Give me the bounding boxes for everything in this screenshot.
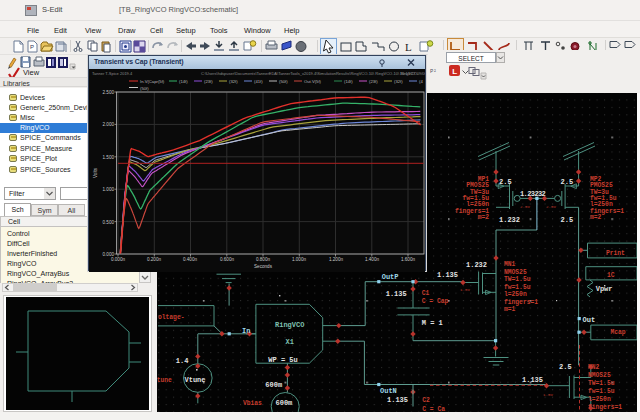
svg-text:1.600n: 1.600n bbox=[401, 257, 415, 262]
svg-text:P²: P² bbox=[430, 68, 437, 75]
svg-text:fw=1.5u: fw=1.5u bbox=[588, 388, 615, 395]
svg-text:(32f): (32f) bbox=[394, 79, 403, 84]
svg-text:0.600n: 0.600n bbox=[220, 257, 234, 262]
svg-text:16:13:27 09/06/19: 16:13:27 09/06/19 bbox=[400, 71, 425, 76]
svg-text:0.400n: 0.400n bbox=[183, 257, 197, 262]
svg-text:1.135: 1.135 bbox=[437, 271, 458, 279]
svg-text:1.5v: 1.5v bbox=[460, 288, 471, 292]
svg-text:1.400n: 1.400n bbox=[365, 257, 379, 262]
svg-text:2.000: 2.000 bbox=[103, 122, 115, 127]
svg-text:1.500: 1.500 bbox=[103, 155, 115, 160]
svg-text:P: P bbox=[30, 44, 34, 50]
svg-text:(50f): (50f) bbox=[140, 86, 149, 91]
svg-text:1.135: 1.135 bbox=[387, 396, 408, 404]
svg-text:OutP: OutP bbox=[382, 273, 399, 281]
svg-text:In: In bbox=[242, 327, 250, 335]
svg-text:OutN: OutN bbox=[380, 387, 397, 395]
svg-text:1.4: 1.4 bbox=[176, 357, 189, 365]
svg-text:1.135: 1.135 bbox=[386, 290, 407, 298]
svg-text:(41f): (41f) bbox=[254, 79, 263, 84]
svg-text:RingVCO: RingVCO bbox=[275, 321, 304, 329]
svg-text:1.000n: 1.000n bbox=[292, 257, 306, 262]
svg-text:oltage-: oltage- bbox=[158, 314, 184, 321]
svg-text:Vbias: Vbias bbox=[243, 400, 262, 407]
svg-text:l=250n: l=250n bbox=[588, 396, 611, 403]
svg-text:Mcap: Mcap bbox=[611, 329, 626, 336]
svg-text:1.232: 1.232 bbox=[499, 216, 520, 224]
svg-text:C:\Users\hdspuser\Documents\Ta: C:\Users\hdspuser\Documents\TannerEDA\Ta… bbox=[201, 71, 419, 76]
svg-text:2.5v: 2.5v bbox=[546, 205, 557, 209]
svg-text:NMOS25: NMOS25 bbox=[588, 372, 611, 379]
svg-text:L: L bbox=[405, 41, 412, 53]
svg-text:Seconds: Seconds bbox=[254, 264, 273, 269]
svg-text:(23f): (23f) bbox=[204, 79, 213, 84]
svg-text:1.135: 1.135 bbox=[522, 376, 543, 384]
svg-text:M = 1: M = 1 bbox=[422, 319, 443, 327]
svg-text:TW=1.5u: TW=1.5u bbox=[504, 276, 531, 283]
svg-text:1.232: 1.232 bbox=[466, 261, 487, 269]
svg-text:Out.V(5f): Out.V(5f) bbox=[304, 79, 322, 84]
svg-text:1.5v: 1.5v bbox=[543, 393, 554, 397]
svg-text:Vtune: Vtune bbox=[157, 377, 172, 384]
svg-text:fingers=1: fingers=1 bbox=[588, 404, 622, 411]
svg-text:1.200n: 1.200n bbox=[329, 257, 343, 262]
svg-text:2.5: 2.5 bbox=[499, 178, 512, 186]
svg-text:1.23232: 1.23232 bbox=[520, 190, 546, 198]
svg-text:0.800n: 0.800n bbox=[256, 257, 270, 262]
svg-text:2.5: 2.5 bbox=[561, 178, 574, 186]
svg-text:(23f): (23f) bbox=[369, 79, 378, 84]
svg-text:2.5: 2.5 bbox=[559, 363, 572, 371]
svg-text:In.V(Capr(5f): In.V(Capr(5f) bbox=[140, 79, 165, 84]
svg-text:1.000: 1.000 bbox=[103, 187, 115, 192]
svg-text:fingers=1: fingers=1 bbox=[504, 299, 538, 306]
svg-text:0.000n: 0.000n bbox=[111, 257, 125, 262]
svg-text:TW=1.5u: TW=1.5u bbox=[588, 380, 615, 387]
svg-text:MN2: MN2 bbox=[588, 364, 600, 371]
svg-text:m=1: m=1 bbox=[504, 306, 516, 313]
svg-text:(14f): (14f) bbox=[344, 79, 353, 84]
svg-text:Vtune: Vtune bbox=[185, 376, 206, 384]
svg-text:2.500: 2.500 bbox=[103, 90, 115, 95]
svg-text:WP = 5u: WP = 5u bbox=[268, 356, 297, 364]
svg-text:MN1: MN1 bbox=[504, 261, 516, 268]
svg-text:0.500: 0.500 bbox=[103, 220, 115, 225]
svg-text:(14f): (14f) bbox=[179, 79, 188, 84]
svg-text:X1: X1 bbox=[286, 338, 294, 346]
svg-text:l=250n: l=250n bbox=[504, 291, 527, 298]
svg-text:0.200n: 0.200n bbox=[147, 257, 161, 262]
svg-text:m=2: m=2 bbox=[590, 214, 602, 221]
svg-text:m=2: m=2 bbox=[478, 214, 490, 221]
svg-text:C1: C1 bbox=[422, 290, 430, 297]
svg-text:2.5v: 2.5v bbox=[520, 205, 531, 209]
svg-text:1C: 1C bbox=[607, 272, 615, 279]
svg-text:Print: Print bbox=[606, 250, 625, 257]
svg-text:600m: 600m bbox=[265, 381, 282, 389]
svg-text:L: L bbox=[452, 67, 457, 76]
svg-text:fw=1.5u: fw=1.5u bbox=[504, 284, 531, 291]
svg-text:NMOS25: NMOS25 bbox=[504, 269, 527, 276]
svg-text:C2: C2 bbox=[422, 397, 430, 404]
svg-text:Out: Out bbox=[583, 316, 596, 324]
svg-text:(50f): (50f) bbox=[279, 79, 288, 84]
svg-text:(32f): (32f) bbox=[229, 79, 238, 84]
svg-text:Tanner T-Spice 2019.4: Tanner T-Spice 2019.4 bbox=[92, 71, 133, 76]
svg-text:2.5: 2.5 bbox=[561, 216, 574, 224]
svg-text:C = Cap: C = Cap bbox=[422, 298, 449, 305]
svg-text:Volts: Volts bbox=[93, 167, 98, 178]
svg-text:600m: 600m bbox=[276, 399, 293, 407]
